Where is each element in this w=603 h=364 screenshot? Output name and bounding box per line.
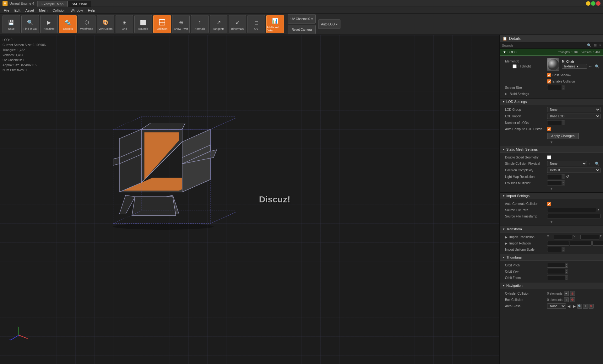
menu-collision[interactable]: Collision <box>50 8 68 13</box>
material-nav-icon[interactable]: ← <box>588 64 593 69</box>
static-mesh-header[interactable]: ▼ Static Mesh Settings <box>500 146 603 153</box>
material-search-icon[interactable]: 🔍 <box>594 64 600 69</box>
number-of-lods-input[interactable]: 1 <box>547 121 562 125</box>
translation-x-input[interactable]: 0.0 <box>554 235 573 239</box>
menu-window[interactable]: Window <box>68 8 85 13</box>
close-button[interactable] <box>596 1 600 6</box>
simple-collision-nav-icon[interactable]: ← <box>588 161 593 166</box>
normals-button[interactable]: ↑ Normals <box>191 15 209 33</box>
orbit-pitch-up[interactable]: ▲ <box>565 263 568 265</box>
cast-shadow-checkbox[interactable] <box>547 73 551 77</box>
cylinder-collision-add[interactable]: + <box>564 291 569 296</box>
menu-edit[interactable]: Edit <box>12 8 23 13</box>
simple-collision-select[interactable]: None <box>547 161 587 166</box>
navigation-header[interactable]: ▼ Navigation <box>500 282 603 289</box>
import-uniform-scale-down[interactable]: ▼ <box>562 249 565 252</box>
orbit-yaw-input[interactable]: -157.5 <box>547 270 565 274</box>
orbit-zoom-down[interactable]: ▼ <box>565 278 568 280</box>
realtime-button[interactable]: ▶ Realtime <box>40 15 58 33</box>
import-uniform-scale-input[interactable]: 1.0 <box>547 248 562 252</box>
simple-collision-search-icon[interactable]: 🔍 <box>594 161 600 166</box>
lod0-header[interactable]: ▼ LOD0 Triangles: 1,782 Vertices: 1,467 <box>500 49 603 56</box>
tab-example-map[interactable]: Example_Map <box>37 1 68 7</box>
area-class-next[interactable]: ▶ <box>572 304 577 309</box>
translation-y-input[interactable]: 0.0 <box>580 235 599 239</box>
reset-camera-button[interactable]: Reset Camera <box>288 25 316 34</box>
auto-generate-collision-checkbox[interactable] <box>547 202 551 206</box>
tab-sm-chair[interactable]: SM_Chair <box>68 1 91 7</box>
lod-settings-header[interactable]: ▼ LOD Settings <box>500 99 603 105</box>
number-of-lods-up[interactable]: ▲ <box>562 120 565 123</box>
options-icon[interactable]: ▾ <box>599 43 601 47</box>
uv-button[interactable]: ◻ UV <box>247 15 265 33</box>
source-file-timestamp-input[interactable]: 2014.03.04-16.25.27 <box>547 214 600 218</box>
area-class-search[interactable]: 🔍 <box>577 304 582 309</box>
transform-header[interactable]: ▼ Transform <box>500 226 603 233</box>
grid-view-icon[interactable]: ⊞ <box>594 43 597 47</box>
area-class-select[interactable]: None <box>547 303 566 309</box>
lpv-bias-down[interactable]: ▼ <box>562 183 565 185</box>
double-sided-checkbox[interactable] <box>547 155 551 159</box>
menu-asset[interactable]: Asset <box>23 8 37 13</box>
light-map-resolution-input[interactable]: 64 <box>547 175 562 179</box>
additional-data-button[interactable]: 📊 Additional Data <box>266 15 284 33</box>
collision-complexity-select[interactable]: Default <box>547 168 600 173</box>
roll-input[interactable]: Roll 0.0 <box>547 241 569 246</box>
orbit-yaw-down[interactable]: ▼ <box>565 271 568 274</box>
lod-settings-expand-arrow[interactable]: ▼ <box>500 140 603 145</box>
light-map-resolution-reset[interactable]: ↺ <box>565 174 570 179</box>
menu-help[interactable]: Help <box>85 8 98 13</box>
screen-size-down[interactable]: ▼ <box>562 88 565 90</box>
lpv-bias-input[interactable]: 1.0 <box>547 181 562 185</box>
binormals-button[interactable]: ↙ Binormals <box>229 15 246 33</box>
collision-button[interactable]: Collision <box>153 15 171 33</box>
orbit-yaw-up[interactable]: ▲ <box>565 269 568 271</box>
area-class-remove[interactable]: ✕ <box>589 304 594 309</box>
light-map-resolution-down[interactable]: ▼ <box>562 177 565 179</box>
tangents-button[interactable]: ↗ Tangents <box>210 15 227 33</box>
auto-compute-lod-checkbox[interactable] <box>547 127 551 131</box>
maximize-button[interactable] <box>591 1 595 6</box>
number-of-lods-down[interactable]: ▼ <box>562 123 565 125</box>
pitch-input[interactable]: Pitch 0.0 <box>570 241 592 246</box>
viewport[interactable]: LOD: 0 Current Screen Size: 0.106906 Tri… <box>0 35 499 364</box>
menu-mesh[interactable]: Mesh <box>36 8 50 13</box>
import-settings-header[interactable]: ▼ Import Settings <box>500 193 603 199</box>
screen-size-up[interactable]: ▲ <box>562 85 565 88</box>
orbit-zoom-input[interactable]: 0.0 <box>547 276 565 280</box>
light-map-resolution-up[interactable]: ▲ <box>562 174 565 177</box>
import-settings-expand-arrow[interactable]: ▼ <box>500 219 603 224</box>
enable-collision-checkbox[interactable] <box>547 79 551 83</box>
import-rotation-expand[interactable]: ▶ <box>505 242 508 245</box>
orbit-pitch-input[interactable]: -11.25 <box>547 263 565 267</box>
apply-changes-button[interactable]: Apply Changes <box>547 133 579 139</box>
bounds-button[interactable]: ⬜ Bounds <box>134 15 152 33</box>
sockets-button[interactable]: 🔩 Sockets <box>59 15 77 33</box>
find-in-cb-button[interactable]: 🔍 Find in CB <box>21 15 39 33</box>
minimize-button[interactable] <box>586 1 590 6</box>
material-type-dropdown[interactable]: Textures ▾ <box>562 64 587 69</box>
orbit-zoom-up[interactable]: ▲ <box>565 276 568 278</box>
area-class-prev[interactable]: ◀ <box>567 304 571 309</box>
lod-group-select[interactable]: None <box>547 107 600 112</box>
auto-lod-dropdown[interactable]: Auto LOD ▾ <box>318 19 340 29</box>
show-pivot-button[interactable]: ⊕ Show Pivot <box>172 15 190 33</box>
build-settings-row[interactable]: ▶ Build Settings <box>500 91 603 97</box>
box-collision-remove[interactable]: 🗑 <box>570 297 575 302</box>
screen-size-input[interactable]: 1.0 <box>547 86 562 90</box>
wireframe-button[interactable]: ⬡ Wireframe <box>78 15 95 33</box>
source-file-path-expand[interactable]: ↗ <box>596 208 600 212</box>
cylinder-collision-remove[interactable]: 🗑 <box>570 291 575 296</box>
lpv-bias-up[interactable]: ▲ <box>562 181 565 183</box>
save-button[interactable]: 💾 Save <box>3 15 20 33</box>
static-mesh-expand-arrow[interactable]: ▼ <box>500 186 603 191</box>
orbit-pitch-down[interactable]: ▼ <box>565 265 568 267</box>
thumbnail-header[interactable]: ▼ Thumbnail <box>500 254 603 261</box>
import-uniform-scale-up[interactable]: ▲ <box>562 247 565 249</box>
yaw-input[interactable]: Yaw 0.0 <box>592 241 603 246</box>
source-file-path-input[interactable]: /../../../../../../../ArtSource/Rocket/T… <box>547 208 596 212</box>
vert-colors-button[interactable]: 🎨 Vert Colors <box>97 15 114 33</box>
grid-button[interactable]: ⊞ Grid <box>116 15 133 33</box>
import-translation-expand[interactable]: ▶ <box>505 235 508 239</box>
panel-search-input[interactable] <box>502 44 586 47</box>
